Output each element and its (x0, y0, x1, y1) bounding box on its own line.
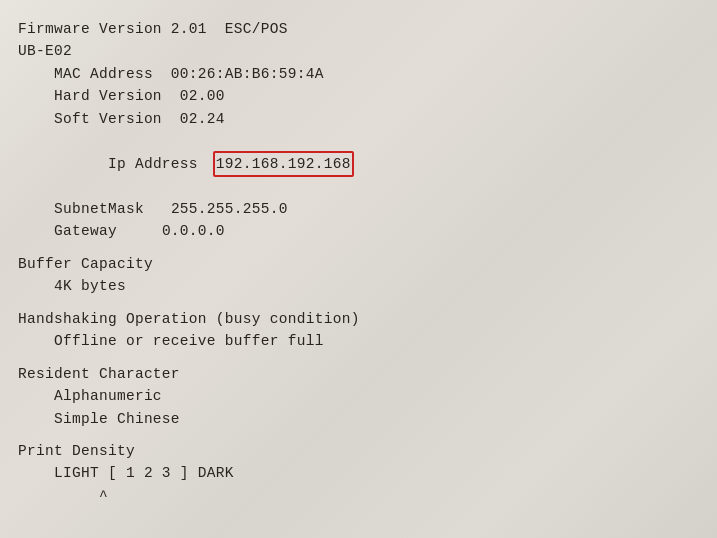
mac-line: MAC Address 00:26:AB:B6:59:4A (18, 63, 693, 85)
buffer-value-line: 4K bytes (18, 275, 693, 297)
density-arrow-line: ^ (18, 485, 693, 507)
char-chinese-line: Simple Chinese (18, 408, 693, 430)
density-value-line: LIGHT [ 1 2 3 ] DARK (18, 462, 693, 484)
handshaking-line: Handshaking Operation (busy condition) (18, 308, 693, 330)
ip-line: Ip Address 192.168.192.168 (18, 130, 693, 197)
print-density-label: Print Density (18, 440, 693, 462)
hard-line: Hard Version 02.00 (18, 85, 693, 107)
paper-background: Firmware Version 2.01 ESC/POS UB-E02 MAC… (0, 0, 717, 538)
subnet-line: SubnetMask 255.255.255.0 (18, 198, 693, 220)
model-line: UB-E02 (18, 40, 693, 62)
firmware-version-line: Firmware Version 2.01 ESC/POS (18, 18, 693, 40)
char-alphanumeric-line: Alphanumeric (18, 385, 693, 407)
buffer-capacity-line: Buffer Capacity (18, 253, 693, 275)
resident-char-line: Resident Character (18, 363, 693, 385)
ip-highlight: 192.168.192.168 (216, 153, 351, 175)
handshaking-value-line: Offline or receive buffer full (18, 330, 693, 352)
soft-line: Soft Version 02.24 (18, 108, 693, 130)
gateway-line: Gateway 0.0.0.0 (18, 220, 693, 242)
receipt-content: Firmware Version 2.01 ESC/POS UB-E02 MAC… (18, 18, 693, 507)
